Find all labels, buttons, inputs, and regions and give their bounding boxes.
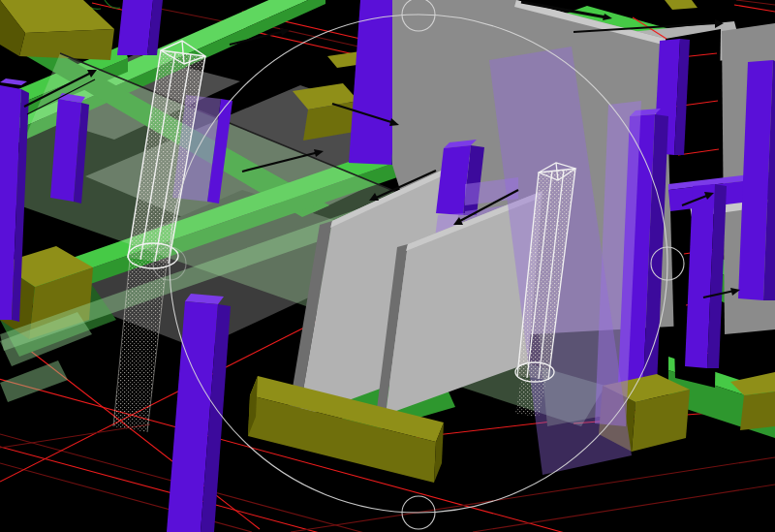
- column-face[interactable]: [117, 0, 153, 55]
- cad-viewport[interactable]: [0, 0, 775, 532]
- model-canvas[interactable]: [0, 0, 775, 532]
- pad-front[interactable]: [740, 391, 775, 430]
